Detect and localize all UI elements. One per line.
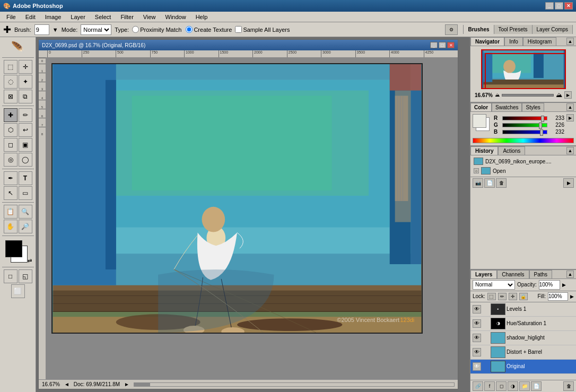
menu-filter[interactable]: Filter [116, 13, 137, 21]
zoom-slider[interactable] [502, 94, 554, 97]
history-delete-btn[interactable]: 🗑 [496, 178, 507, 188]
brush-size-input[interactable] [34, 24, 49, 35]
slice-tool[interactable]: ⧉ [19, 90, 32, 103]
tab-actions[interactable]: Actions [498, 146, 525, 155]
zoom-tool[interactable]: 🔎 [19, 220, 32, 233]
lasso-tool[interactable]: ◌ [4, 75, 18, 89]
menu-help[interactable]: Help [191, 13, 212, 21]
menu-file[interactable]: File [2, 13, 20, 21]
document-canvas[interactable]: ©2005 Vincent Bockaert 123di .com [46, 58, 458, 379]
maximize-button[interactable]: □ [555, 2, 563, 10]
doc-close-btn[interactable]: ✕ [447, 42, 455, 48]
layer-hue-sat-1[interactable]: 👁 ◑ Hue/Saturation 1 [470, 317, 576, 331]
navigator-preview[interactable] [481, 49, 566, 89]
shape-tool[interactable]: ▭ [19, 186, 32, 200]
heal-tool[interactable]: ✚ [4, 108, 18, 122]
history-open-item[interactable]: ○ Open [472, 166, 575, 176]
magic-wand-tool[interactable]: ✦ [19, 75, 32, 89]
layer-link-btn[interactable]: 🔗 [473, 381, 483, 391]
layer-adj-btn[interactable]: ◑ [508, 381, 518, 391]
stamp-tool[interactable]: ⬡ [4, 123, 18, 137]
layer-delete-btn[interactable]: 🗑 [563, 381, 574, 391]
layer-levels-1[interactable]: 👁 ▪ Levels 1 [470, 302, 576, 317]
proximity-match-option[interactable]: Proximity Match [132, 26, 181, 33]
options-extra-btn[interactable]: ⚙ [445, 24, 458, 35]
layer-original[interactable]: 👁 Original [470, 360, 576, 374]
crop-tool[interactable]: ⊠ [4, 90, 18, 103]
swap-colors-icon[interactable]: ⇄ [28, 258, 32, 264]
tab-channels[interactable]: Channels [497, 270, 529, 278]
create-texture-option[interactable]: Create Texture [186, 26, 232, 33]
minimize-button[interactable]: _ [545, 2, 554, 10]
layer-effects-btn[interactable]: f [484, 381, 495, 391]
tab-brushes[interactable]: Brushes [464, 25, 494, 34]
b-slider-thumb[interactable] [540, 129, 543, 136]
sample-all-layers-checkbox[interactable] [235, 26, 242, 33]
foreground-color-preview[interactable] [473, 114, 486, 128]
opacity-input[interactable] [539, 280, 560, 290]
close-button[interactable]: ✕ [564, 2, 573, 10]
layer-new-btn[interactable]: 📄 [531, 381, 542, 391]
layer-visibility-shadow[interactable]: 👁 [473, 334, 481, 342]
history-menu-btn[interactable]: ▶ [563, 178, 574, 188]
navigator-menu-btn[interactable]: ▶ [564, 91, 572, 99]
mode-select[interactable]: Normal [81, 24, 111, 35]
b-slider[interactable] [502, 130, 547, 134]
menu-window[interactable]: Window [161, 13, 190, 21]
layer-distort-barrel[interactable]: 👁 Distort + Barrel [470, 345, 576, 360]
color-spectrum[interactable] [473, 138, 574, 143]
tab-history[interactable]: History [470, 146, 498, 155]
menu-select[interactable]: Select [91, 13, 116, 21]
menu-edit[interactable]: Edit [21, 13, 40, 21]
history-brush-tool[interactable]: ↩ [19, 123, 32, 137]
sample-all-layers-option[interactable]: Sample All Layers [235, 26, 290, 33]
notes-tool[interactable]: 📋 [4, 205, 18, 219]
r-slider-thumb[interactable] [541, 116, 544, 122]
tab-styles[interactable]: Styles [522, 103, 544, 111]
layers-collapse-btn[interactable]: ▲ [566, 271, 574, 278]
nav-arrow-right[interactable]: ► [124, 381, 129, 387]
scroll-thumb-h[interactable] [134, 383, 150, 386]
tab-layers[interactable]: Layers [470, 270, 497, 278]
history-collapse-btn[interactable]: ▲ [566, 147, 574, 154]
color-panel-menu-btn[interactable]: ▶ [566, 114, 574, 121]
history-new-doc-btn[interactable]: 📄 [484, 178, 495, 188]
foreground-color-swatch[interactable] [5, 240, 22, 257]
scroll-bar-h[interactable] [134, 382, 455, 387]
eraser-tool[interactable]: ◻ [4, 138, 18, 152]
tab-tool-presets[interactable]: Tool Presets [494, 25, 533, 34]
hand-tool[interactable]: ✋ [4, 220, 18, 233]
move-tool[interactable]: ✛ [19, 60, 32, 74]
fill-input[interactable] [548, 292, 568, 301]
screen-mode[interactable]: ⬜ [11, 284, 25, 298]
tab-layer-comps[interactable]: Layer Comps [533, 25, 573, 34]
tab-navigator[interactable]: Navigator [470, 37, 504, 46]
history-new-snapshot-btn[interactable]: 📷 [473, 178, 483, 188]
standard-mode[interactable]: □ [4, 269, 18, 283]
tab-info[interactable]: Info [504, 37, 523, 46]
navigator-collapse-btn[interactable]: ▲ [566, 38, 574, 45]
pen-tool[interactable]: ✒ [4, 171, 18, 185]
eyedropper-tool[interactable]: 🔍 [19, 205, 32, 219]
lock-all-btn[interactable]: 🔒 [519, 293, 528, 300]
gradient-tool[interactable]: ▣ [19, 138, 32, 152]
menu-layer[interactable]: Layer [66, 13, 90, 21]
layer-visibility-levels-1[interactable]: 👁 [473, 305, 481, 313]
tab-paths[interactable]: Paths [529, 270, 553, 278]
lock-position-btn[interactable]: ✛ [509, 293, 517, 300]
menu-image[interactable]: Image [41, 13, 66, 21]
doc-minimize-btn[interactable]: _ [430, 42, 438, 48]
fill-dropdown-icon[interactable]: ▶ [570, 294, 574, 299]
layer-shadow-highlight[interactable]: 👁 shadow_higlight [470, 331, 576, 345]
layer-group-btn[interactable]: 📁 [519, 381, 530, 391]
g-slider[interactable] [502, 123, 547, 127]
layer-visibility-hue-sat-1[interactable]: 👁 [473, 319, 481, 328]
create-texture-radio[interactable] [186, 26, 193, 33]
blur-tool[interactable]: ◎ [4, 153, 18, 167]
tab-color[interactable]: Color [470, 103, 492, 111]
tab-swatches[interactable]: Swatches [492, 103, 522, 111]
g-slider-thumb[interactable] [539, 123, 542, 129]
doc-maximize-btn[interactable]: □ [439, 42, 446, 48]
blend-mode-select[interactable]: Normal [473, 280, 515, 290]
nav-arrow-left[interactable]: ◄ [64, 381, 69, 387]
